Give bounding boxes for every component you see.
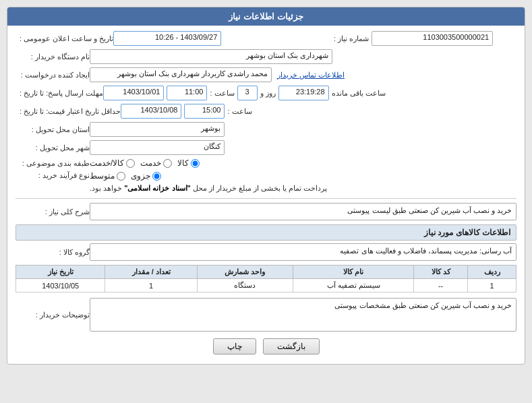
kala-info-title: اطلاعات کالاهای مورد نیاز	[16, 224, 516, 241]
nam-dastgah-label-text: نام دستگاه خریدار :	[31, 53, 90, 61]
saat-value-2: 15:00	[184, 104, 225, 119]
radio-kala-khedmat-label: کالا/خدمت	[90, 158, 124, 168]
tozih-label: توضیحات خریدار :	[16, 311, 90, 319]
baqi-mande-label: ساعت باقی مانده	[332, 89, 386, 98]
panel-header: جزئیات اطلاعات نیاز	[7, 7, 525, 26]
radio-khedmat-item: خدمت	[140, 158, 172, 168]
col-header-0: ردیف	[468, 266, 516, 279]
hadad-aksar-label-text: حداقل تاریخ اعتبار قیمت: تا تاریخ :	[20, 107, 121, 115]
col-header-5: تاریخ نیاز	[16, 266, 105, 279]
nam-dastgah-value: شهرداری بنک استان بوشهر	[90, 49, 332, 64]
table-cell-0-4: 1	[105, 279, 197, 292]
radio-mottaset-item: متوسط	[90, 171, 125, 181]
radio-jozvi-label: جزوی	[131, 171, 150, 181]
radio-jozvi-item: جزوی	[131, 171, 161, 181]
group-kala-value: آب رسانی: مدیریت پسماند، فاضلاب و فعالیت…	[90, 243, 516, 261]
radio-kala[interactable]	[191, 159, 200, 168]
shahr-label-text: شهر محل تحویل :	[36, 144, 90, 152]
button-row: بازگشت چاپ	[16, 338, 516, 354]
radio-jozvi[interactable]	[152, 172, 161, 181]
group-kala-label: گروه کالا :	[16, 248, 90, 257]
ettelaat-tamas-link[interactable]: اطلاعات تماس خریدار	[277, 71, 345, 80]
roz-value: 3	[237, 86, 258, 100]
sharh-label: شرح کلی نیاز :	[16, 208, 90, 216]
radio-kala-khedmat-item: کالا/خدمت	[90, 158, 135, 168]
shomare-niaz-value: 1103003500000021	[372, 31, 493, 46]
ijad-konande-label: ایجاد کننده درخواست :	[16, 71, 90, 80]
shomare-niaz-label: شماره نیاز :	[315, 34, 369, 43]
nam-dastgah-label: نام دستگاه خریدار :	[16, 53, 90, 61]
table-cell-0-5: 1403/10/05	[16, 279, 105, 292]
no-farayand-label-text: نوع فرآیند خرید :	[38, 171, 90, 179]
radio-khedmat-label: خدمت	[140, 158, 161, 168]
tarikh-saat-label: تاریخ و ساعت اعلان عومومی :	[16, 34, 113, 43]
sharh-label-text: شرح کلی نیاز :	[45, 208, 90, 216]
group-kala-label-text: گروه کالا :	[59, 248, 90, 256]
farayand-note: پرداخت تمام یا بخشی از مبلغ خریدار از مح…	[90, 183, 327, 194]
ostan-value: بوشهر	[90, 122, 225, 137]
back-button[interactable]: بازگشت	[263, 338, 320, 354]
table-cell-0-2: سیستم تصفیه آب	[293, 279, 414, 292]
tarikh-saat-value: 1403/09/27 - 10:26	[113, 31, 221, 46]
ijad-konande-label-text: ایجاد کننده درخواست :	[21, 71, 90, 79]
table-cell-0-3: دستگاه	[197, 279, 293, 292]
mohlat-ersal-label: مهلت ارسال پاسخ: تا تاریخ :	[16, 89, 103, 98]
divider-1	[16, 198, 516, 199]
saat-label-2: ساعت :	[227, 107, 252, 116]
mohlat-ersal-label-text: مهلت ارسال پاسخ: تا تاریخ :	[20, 89, 103, 97]
table-cell-0-1: --	[414, 279, 468, 292]
print-button[interactable]: چاپ	[213, 338, 256, 354]
tabaghe-label: طبقه بندی موضوعی :	[16, 159, 90, 168]
hadad-date-value: 1403/10/08	[121, 104, 181, 119]
kala-table: ردیفکد کالانام کالاواحد شمارشتعداد / مقد…	[16, 265, 516, 292]
saat-value-1: 11:00	[167, 86, 207, 100]
col-header-4: تعداد / مقدار	[105, 266, 197, 279]
table-cell-0-0: 1	[468, 279, 516, 292]
kala-table-section: ردیفکد کالانام کالاواحد شمارشتعداد / مقد…	[16, 265, 516, 292]
col-header-1: کد کالا	[414, 266, 468, 279]
farayand-note-bold: "اسناد خزانه اسلامی"	[124, 184, 191, 192]
col-header-3: واحد شمارش	[197, 266, 293, 279]
tozih-label-text: توضیحات خریدار :	[36, 311, 90, 319]
ijad-konande-value: محمد راشدی کاربردار شهرداری بنک استان بو…	[90, 67, 272, 82]
radio-mottaset-label: متوسط	[90, 171, 115, 181]
hadad-aksar-label: حداقل تاریخ اعتبار قیمت: تا تاریخ :	[16, 107, 121, 116]
roz-label: روز و	[260, 89, 276, 98]
no-farayand-label: نوع فرآیند خرید :	[16, 171, 90, 180]
ostan-label: استان محل تحویل :	[16, 125, 90, 134]
saat-label-1: ساعت :	[210, 89, 234, 98]
panel-title: جزئیات اطلاعات نیاز	[229, 11, 303, 22]
shahr-label: شهر محل تحویل :	[16, 144, 90, 152]
tabaghe-label-text: طبقه بندی موضوعی :	[22, 159, 90, 167]
col-header-2: نام کالا	[293, 266, 414, 279]
ersal-date-value: 1403/10/01	[103, 86, 164, 100]
sharh-value: خرید و نصب آب شیرین کن صنعتی طبق لیست پی…	[90, 203, 516, 220]
baqi-mande-value: 23:19:28	[278, 86, 329, 100]
farayand-note-text: پرداخت تمام یا بخشی از مبلغ خریدار از مح…	[193, 184, 327, 192]
tarikh-saat-label-text: تاریخ و ساعت اعلان عومومی :	[20, 34, 113, 42]
farayand-note-end: خواهد بود.	[90, 184, 122, 192]
table-row: 1--سیستم تصفیه آبدستگاه11403/10/05	[16, 279, 516, 292]
shahr-value: کنگان	[90, 140, 225, 155]
radio-kala-item: کالا	[177, 158, 200, 168]
radio-mottaset[interactable]	[117, 172, 125, 181]
tozih-value: خرید و نصب آب شیرین کن صنعتی طبق مشخصات …	[90, 298, 516, 332]
ostan-label-text: استان محل تحویل :	[32, 125, 90, 133]
radio-kala-khedmat[interactable]	[126, 159, 135, 168]
radio-khedmat[interactable]	[163, 159, 172, 168]
radio-kala-label: کالا	[177, 158, 189, 168]
